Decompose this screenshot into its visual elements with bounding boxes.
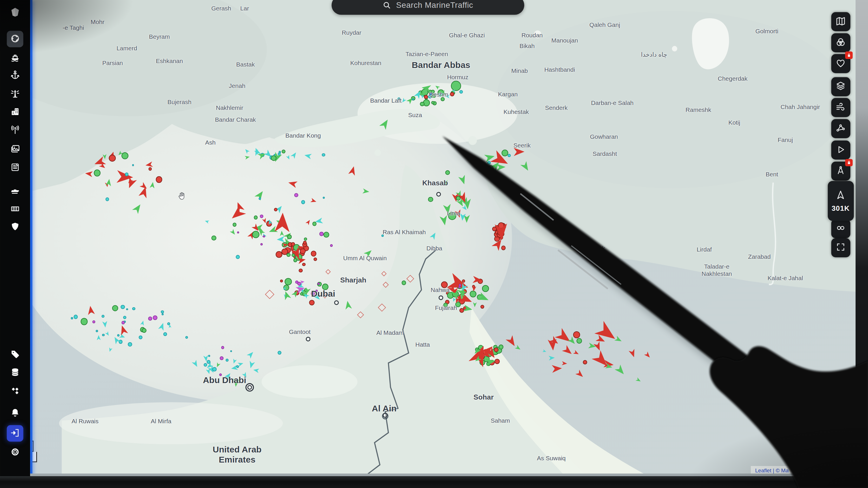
vessel-marker[interactable] — [314, 294, 322, 302]
vessel-marker[interactable] — [482, 285, 489, 292]
vessel-marker[interactable] — [287, 179, 298, 188]
vessel-marker[interactable] — [498, 345, 503, 350]
vessel-marker[interactable] — [122, 321, 125, 324]
vessel-marker[interactable] — [326, 269, 331, 274]
vessel-marker[interactable] — [229, 229, 237, 236]
vessel-marker[interactable] — [277, 351, 281, 355]
toolbar-playback-button[interactable] — [831, 140, 850, 160]
toolbar-measure-button[interactable] — [831, 162, 850, 181]
vessel-marker[interactable] — [455, 301, 461, 307]
vessel-marker[interactable] — [577, 338, 582, 344]
vessel-marker[interactable] — [431, 101, 435, 104]
vessel-marker[interactable] — [382, 282, 389, 288]
vessel-marker[interactable] — [450, 92, 455, 97]
vessel-marker[interactable] — [105, 197, 109, 201]
vessel-marker[interactable] — [94, 170, 100, 176]
vessel-marker[interactable] — [549, 355, 555, 361]
toolbar-layers-button[interactable] — [831, 77, 850, 96]
vessel-marker[interactable] — [323, 197, 325, 199]
sidebar-item-protect[interactable] — [7, 219, 23, 236]
vessel-marker[interactable] — [488, 161, 491, 164]
vessel-marker[interactable] — [252, 231, 259, 238]
vessel-marker[interactable] — [575, 369, 585, 379]
vessel-marker[interactable] — [322, 284, 329, 290]
vessel-marker[interactable] — [119, 340, 122, 344]
vessel-marker[interactable] — [614, 335, 623, 344]
vessel-marker[interactable] — [344, 300, 352, 310]
sidebar-item-photos[interactable] — [7, 141, 23, 158]
vessel-marker[interactable] — [322, 293, 328, 299]
vessel-marker[interactable] — [303, 241, 307, 245]
vessel-marker[interactable] — [156, 176, 162, 183]
vessel-marker[interactable] — [494, 359, 500, 364]
vessel-marker[interactable] — [253, 367, 259, 373]
vessel-marker[interactable] — [363, 248, 374, 258]
vessel-marker[interactable] — [311, 292, 315, 296]
vessel-marker[interactable] — [293, 258, 298, 262]
vessel-marker[interactable] — [95, 330, 98, 332]
vessel-marker[interactable] — [109, 155, 116, 162]
vessel-marker[interactable] — [317, 283, 320, 285]
vessel-marker[interactable] — [501, 246, 506, 250]
vessel-marker[interactable] — [430, 93, 432, 95]
vessel-marker[interactable] — [305, 219, 312, 225]
vessel-marker[interactable] — [507, 154, 511, 157]
vessel-marker[interactable] — [458, 174, 468, 185]
vessel-marker[interactable] — [594, 320, 620, 346]
vessel-marker[interactable] — [520, 161, 531, 173]
vessel-marker[interactable] — [304, 237, 307, 240]
map-canvas[interactable]: GerashLarMohr-e TaghiLamerdBeyramParsian… — [32, 0, 868, 488]
vessel-marker[interactable] — [212, 367, 216, 371]
vessel-marker[interactable] — [310, 198, 317, 204]
vessel-marker[interactable] — [451, 81, 461, 91]
vessel-marker[interactable] — [398, 97, 400, 100]
vessel-marker[interactable] — [81, 318, 88, 325]
vessel-marker[interactable] — [494, 348, 498, 352]
vessel-marker[interactable] — [285, 278, 292, 285]
vessel-marker[interactable] — [290, 151, 298, 159]
vessel-counter-panel[interactable]: 301K — [828, 181, 854, 221]
vessel-marker[interactable] — [287, 235, 292, 239]
vessel-marker[interactable] — [379, 118, 391, 130]
vessel-marker[interactable] — [302, 263, 306, 266]
sidebar-item-data[interactable] — [7, 364, 23, 381]
vessel-marker[interactable] — [505, 335, 519, 348]
vessel-marker[interactable] — [378, 303, 386, 312]
vessel-marker[interactable] — [429, 231, 438, 240]
toolbar-fullscreen-button[interactable] — [831, 238, 850, 257]
vessel-marker[interactable] — [323, 232, 329, 237]
sidebar-item-explore[interactable] — [7, 31, 23, 47]
sidebar-item-notifications[interactable] — [7, 405, 23, 422]
vessel-marker[interactable] — [102, 154, 107, 159]
vessel-marker[interactable] — [588, 343, 597, 350]
vessel-marker[interactable] — [312, 222, 316, 226]
vessel-marker[interactable] — [286, 253, 290, 257]
vessel-marker[interactable] — [348, 165, 358, 176]
sidebar-item-stations[interactable] — [7, 123, 23, 139]
vessel-marker[interactable] — [277, 236, 285, 243]
vessel-marker[interactable] — [204, 363, 207, 366]
vessel-marker[interactable] — [219, 373, 222, 376]
vessel-marker[interactable] — [132, 307, 135, 310]
toolbar-weather-button[interactable] — [831, 98, 850, 117]
vessel-marker[interactable] — [117, 334, 120, 336]
sidebar-item-companies[interactable] — [7, 104, 23, 121]
vessel-marker[interactable] — [132, 164, 134, 166]
vessel-marker[interactable] — [459, 308, 464, 313]
vessel-marker[interactable] — [304, 152, 312, 160]
vessel-marker[interactable] — [282, 290, 291, 300]
vessel-marker[interactable] — [138, 335, 142, 339]
vessel-marker[interactable] — [126, 308, 128, 310]
vessel-marker[interactable] — [102, 321, 108, 328]
vessel-marker[interactable] — [260, 215, 264, 218]
vessel-marker[interactable] — [185, 336, 188, 339]
vessel-marker[interactable] — [248, 361, 255, 369]
vessel-marker[interactable] — [119, 333, 126, 340]
vessel-marker[interactable] — [439, 215, 449, 226]
vessel-marker[interactable] — [280, 280, 283, 283]
vessel-marker[interactable] — [300, 280, 305, 284]
vessel-marker[interactable] — [443, 180, 449, 186]
vessel-marker[interactable] — [163, 332, 167, 336]
toolbar-overlays-button[interactable] — [831, 33, 850, 52]
vessel-marker[interactable] — [443, 303, 447, 307]
